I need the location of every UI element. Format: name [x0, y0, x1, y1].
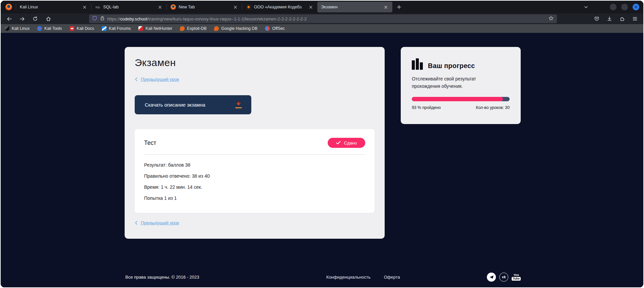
- download-icon: [235, 102, 242, 108]
- progress-percent-label: 93 % пройдено: [412, 105, 441, 110]
- progress-title: Ваш прогресс: [428, 62, 475, 70]
- kali-dragon-icon: [5, 26, 9, 31]
- test-title: Тест: [144, 139, 156, 147]
- lessons-count-label: Кол-во уроков: 30: [476, 105, 510, 110]
- telegram-icon[interactable]: [487, 273, 496, 282]
- close-tab-icon[interactable]: [232, 3, 239, 11]
- kali-tools-icon: [37, 26, 42, 31]
- close-tab-icon[interactable]: [382, 3, 389, 11]
- bookmark-kali-docs[interactable]: Kali Docs: [70, 26, 94, 31]
- menu-hamburger-icon[interactable]: [632, 16, 638, 22]
- tab-ekzamen[interactable]: Экзамен: [317, 2, 392, 12]
- close-tab-icon[interactable]: [307, 3, 314, 11]
- bookmark-kali-linux[interactable]: Kali Linux: [5, 26, 29, 31]
- privacy-link[interactable]: Конфиденциальность: [326, 275, 371, 280]
- tab-title: New Tab: [179, 5, 232, 9]
- exam-card: Экзамен Предыдущий урок Скачать описание…: [125, 47, 385, 239]
- close-window-button[interactable]: [633, 4, 639, 10]
- previous-lesson-link-bottom[interactable]: Предыдущий урок: [135, 220, 179, 225]
- checkmark-icon: [336, 141, 341, 145]
- progress-description: Отслеживайте свой результат прохождения …: [412, 75, 489, 90]
- back-button[interactable]: [6, 16, 12, 22]
- offsec-icon: [265, 26, 270, 31]
- chevron-left-icon: [135, 221, 138, 225]
- bookmark-label: OffSec: [272, 26, 284, 31]
- result-score-line: Результат: баллов 38: [144, 162, 365, 168]
- previous-lesson-label: Предыдущий урок: [141, 220, 179, 225]
- tab-bar: Kali Linux SQL SQL-lab New Tab ООО «Акад…: [1, 1, 643, 13]
- bookmark-exploit-db[interactable]: Exploit-DB: [180, 26, 206, 31]
- reload-button[interactable]: [32, 16, 38, 22]
- tab-akademiya-codeby[interactable]: ООО «Академия Кодеба: [242, 2, 317, 12]
- youtube-label-bottom: Tube: [512, 277, 521, 281]
- tab-kali-linux[interactable]: Kali Linux: [16, 2, 91, 12]
- test-result-card: Тест Сдано Результат: баллов 38 Правильн…: [135, 129, 375, 213]
- bar-chart-icon: [412, 58, 423, 70]
- tab-title: Kali Linux: [20, 5, 81, 9]
- bookmark-offsec[interactable]: OffSec: [265, 26, 284, 31]
- url-text: https://codeby.school/training/view/kurs…: [107, 16, 549, 21]
- bookmark-label: Kali Forums: [109, 26, 131, 31]
- time-line: Время: 1 ч. 22 мин. 14 сек.: [144, 184, 365, 190]
- bookmark-kali-tools[interactable]: Kali Tools: [37, 26, 62, 31]
- bookmark-label: Google Hacking DB: [221, 26, 257, 31]
- progress-fill: [412, 97, 503, 101]
- kali-docs-icon: [70, 26, 74, 31]
- download-button-label: Скачать описание экзамна: [145, 102, 205, 108]
- kali-nethunter-icon: [138, 26, 143, 31]
- tab-title: ООО «Академия Кодеба: [254, 5, 307, 9]
- bookmark-label: Kali Linux: [12, 26, 29, 31]
- navigation-toolbar: https://codeby.school/training/view/kurs…: [1, 13, 643, 24]
- bookmark-kali-nethunter[interactable]: Kali NetHunter: [138, 26, 172, 31]
- list-all-tabs-button[interactable]: [582, 3, 590, 11]
- bookmark-label: Kali NetHunter: [145, 26, 172, 31]
- youtube-label-top: You: [513, 274, 519, 277]
- exploit-db-icon: [180, 26, 185, 31]
- forward-button[interactable]: [19, 16, 25, 22]
- lock-icon[interactable]: [100, 16, 105, 22]
- copyright-text: Все права защищены. © 2016 - 2023: [125, 275, 199, 280]
- footer: Все права защищены. © 2016 - 2023 Конфид…: [125, 270, 521, 284]
- page-title: Экзамен: [135, 57, 375, 68]
- browser-window: Kali Linux SQL SQL-lab New Tab ООО «Акад…: [0, 0, 644, 288]
- tab-title: Экзамен: [321, 5, 382, 9]
- vk-icon[interactable]: vk: [499, 273, 508, 282]
- bookmark-label: Kali Docs: [77, 26, 94, 31]
- tab-new-tab[interactable]: New Tab: [167, 2, 242, 12]
- new-tab-button[interactable]: [394, 2, 404, 12]
- chevron-left-icon: [135, 77, 138, 81]
- bookmark-google-hacking-db[interactable]: Google Hacking DB: [214, 26, 257, 31]
- close-tab-icon[interactable]: [156, 3, 164, 11]
- previous-lesson-link-top[interactable]: Предыдущий урок: [135, 77, 179, 82]
- passed-badge-label: Сдано: [344, 140, 357, 146]
- passed-badge: Сдано: [328, 138, 365, 148]
- bookmark-kali-forums[interactable]: Kali Forums: [102, 26, 131, 31]
- downloads-icon[interactable]: [606, 16, 613, 22]
- tab-sql-lab[interactable]: SQL SQL-lab: [91, 2, 167, 12]
- sql-favicon: SQL: [95, 4, 101, 10]
- kali-forums-icon: [102, 26, 107, 31]
- offer-link[interactable]: Оферта: [384, 275, 400, 280]
- tab-title: SQL-lab: [103, 5, 156, 9]
- divider: [144, 154, 365, 155]
- page-content: Экзамен Предыдущий урок Скачать описание…: [1, 33, 643, 287]
- bookmark-label: Kali Tools: [44, 26, 62, 31]
- extensions-puzzle-icon[interactable]: [619, 16, 625, 22]
- bookmarks-toolbar: Kali Linux Kali Tools Kali Docs Kali For…: [1, 24, 643, 33]
- attempt-line: Попытка 1 из 1: [144, 195, 365, 201]
- codeby-favicon: [246, 4, 251, 10]
- tracking-protection-shield-icon[interactable]: [92, 16, 97, 22]
- youtube-icon[interactable]: You Tube: [512, 274, 521, 281]
- maximize-button[interactable]: [621, 4, 628, 10]
- bookmark-label: Exploit-DB: [187, 26, 206, 31]
- firefox-icon: [5, 4, 12, 10]
- minimize-button[interactable]: [610, 4, 617, 10]
- bookmark-star-icon[interactable]: [549, 16, 554, 22]
- pocket-icon[interactable]: [594, 16, 600, 22]
- home-button[interactable]: [45, 16, 51, 22]
- url-bar[interactable]: https://codeby.school/training/view/kurs…: [89, 14, 557, 23]
- download-exam-description-button[interactable]: Скачать описание экзамна: [135, 95, 251, 114]
- close-tab-icon[interactable]: [81, 3, 88, 11]
- firefox-favicon: [171, 4, 176, 10]
- correct-answers-line: Правильно отвечено: 38 из 40: [144, 173, 365, 179]
